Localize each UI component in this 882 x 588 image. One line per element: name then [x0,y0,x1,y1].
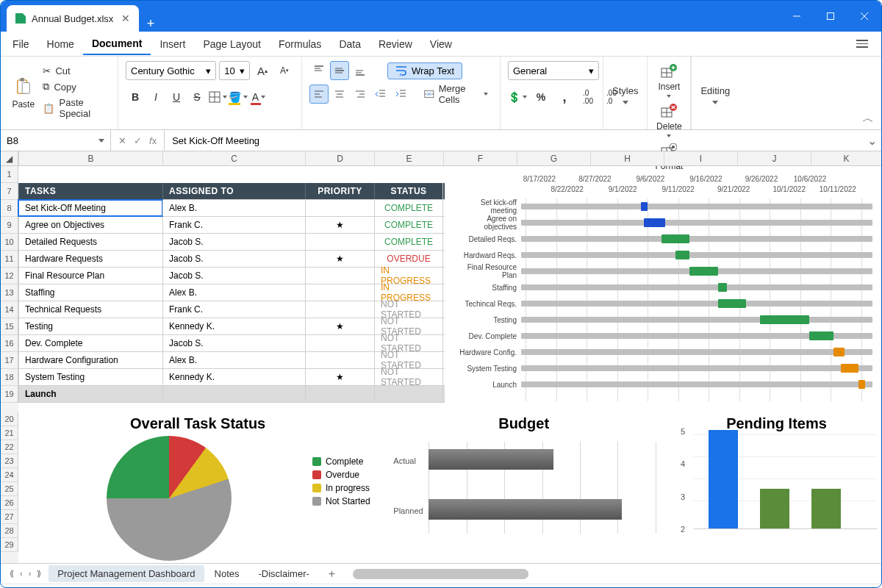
align-center-button[interactable] [330,85,349,104]
number-format-select[interactable]: General▾ [508,61,599,80]
currency-button[interactable]: 💲 [508,87,527,107]
collapse-ribbon-button[interactable]: ︿ [862,111,874,126]
menu-formulas[interactable]: Formulas [270,34,330,54]
cut-button[interactable]: ✂Cut [43,65,110,76]
insert-cells-button[interactable]: Insert [650,61,687,101]
row-header-8[interactable]: 8 [1,200,18,217]
maximize-button[interactable] [814,1,847,32]
expand-formula-bar-button[interactable]: ⌄ [862,130,881,151]
decrease-indent-button[interactable] [371,85,390,104]
row-header-23[interactable]: 23 [1,454,18,468]
italic-button[interactable]: I [146,87,165,107]
row-header-18[interactable]: 18 [1,369,18,386]
column-header-B[interactable]: B [18,151,162,165]
name-box[interactable]: B8 [1,130,111,151]
close-tab-icon[interactable]: ✕ [121,12,130,24]
sheet-tab-2[interactable]: Notes [206,565,248,582]
borders-button[interactable] [208,87,227,107]
font-color-button[interactable]: A [249,87,268,107]
align-bottom-button[interactable] [351,61,370,80]
font-size-select[interactable]: 10▾ [219,61,250,80]
menu-view[interactable]: View [421,34,461,54]
sheet-nav-prev[interactable]: ‹ [18,567,24,580]
formula-input[interactable]: Set Kick-Off Meeting [165,130,862,151]
paste-button[interactable]: Paste [8,61,38,125]
table-row-launch[interactable]: Launch [18,386,445,403]
row-header-26[interactable]: 26 [1,496,18,510]
row-header-27[interactable]: 27 [1,510,18,524]
column-header-H[interactable]: H [590,151,664,165]
strikethrough-button[interactable]: S [187,87,207,107]
row-header-19[interactable]: 19 [1,386,18,403]
column-header-J[interactable]: J [737,151,811,165]
column-header-F[interactable]: F [443,151,517,165]
row-header-16[interactable]: 16 [1,335,18,352]
row-header-7[interactable]: 7 [1,183,18,200]
column-header-E[interactable]: E [374,151,443,165]
row-header-14[interactable]: 14 [1,301,18,318]
align-right-button[interactable] [351,85,370,104]
increase-font-button[interactable]: A▴ [253,61,272,80]
row-header-1[interactable]: 1 [1,166,18,183]
row-header-15[interactable]: 15 [1,318,18,335]
row-header-20[interactable]: 20 [1,412,18,426]
align-left-button[interactable] [309,85,329,104]
table-row[interactable]: Agree on ObjectivesFrank C.★COMPLETE [18,217,445,234]
row-header-21[interactable]: 21 [1,426,18,440]
row-header-10[interactable]: 10 [1,234,18,251]
horizontal-scrollbar[interactable] [353,569,874,579]
fill-color-button[interactable]: 🪣 [229,87,248,107]
column-header-K[interactable]: K [811,151,881,165]
document-tab[interactable]: Annual Budget.xlsx ✕ [7,5,139,32]
table-row[interactable]: Detailed RequestsJacob S.COMPLETE [18,234,445,251]
column-header-D[interactable]: D [305,151,374,165]
row-header-25[interactable]: 25 [1,482,18,496]
comma-style-button[interactable]: , [555,87,574,107]
row-header-17[interactable]: 17 [1,352,18,369]
percent-button[interactable]: % [531,87,551,107]
menu-data[interactable]: Data [330,34,370,54]
accept-formula-button[interactable]: ✓ [134,135,142,146]
close-window-button[interactable] [847,1,881,32]
copy-button[interactable]: ⧉Copy [43,81,110,93]
row-header-13[interactable]: 13 [1,284,18,301]
decrease-font-button[interactable]: A▾ [275,61,294,80]
menu-insert[interactable]: Insert [151,34,194,54]
column-header-I[interactable]: I [664,151,737,165]
menu-review[interactable]: Review [370,34,421,54]
editing-button[interactable]: Editing [691,57,739,129]
row-header-11[interactable]: 11 [1,251,18,268]
row-header-22[interactable]: 22 [1,440,18,454]
decrease-decimal-button[interactable]: .00.0 [602,87,621,107]
menu-home[interactable]: Home [38,34,83,54]
column-header-G[interactable]: G [517,151,590,165]
merge-cells-button[interactable]: Merge Cells [420,85,492,104]
sheet-nav-first[interactable]: ⟪ [8,567,15,580]
row-header-29[interactable]: 29 [1,538,18,552]
underline-button[interactable]: U [167,87,186,107]
add-tab-button[interactable]: + [139,16,162,32]
settings-menu-icon[interactable] [846,35,878,52]
align-top-button[interactable] [309,61,329,80]
add-sheet-button[interactable]: + [320,564,344,584]
row-header-12[interactable]: 12 [1,268,18,284]
menu-page-layout[interactable]: Page Layout [194,34,270,54]
paste-special-button[interactable]: 📋Paste Special [43,97,110,119]
table-row[interactable]: Set Kick-Off MeetingAlex B.COMPLETE [18,200,445,217]
sheet-tab-3[interactable]: -Disclaimer- [249,565,318,582]
align-middle-button[interactable] [330,61,349,80]
menu-document[interactable]: Document [83,33,151,55]
font-name-select[interactable]: Century Gothic▾ [126,61,216,80]
fx-button[interactable]: fx [149,135,157,146]
sheet-nav-last[interactable]: ⟫ [35,567,43,580]
row-header-24[interactable]: 24 [1,468,18,482]
row-header-28[interactable]: 28 [1,524,18,538]
select-all-corner[interactable]: ◢ [1,151,18,165]
row-header-9[interactable]: 9 [1,217,18,234]
increase-indent-button[interactable] [392,85,411,104]
sheet-tab-1[interactable]: Project Management Dashboard [49,565,204,582]
bold-button[interactable]: B [126,87,145,107]
minimize-button[interactable] [780,1,814,32]
sheet-nav-next[interactable]: › [27,567,33,580]
menu-file[interactable]: File [4,34,38,54]
